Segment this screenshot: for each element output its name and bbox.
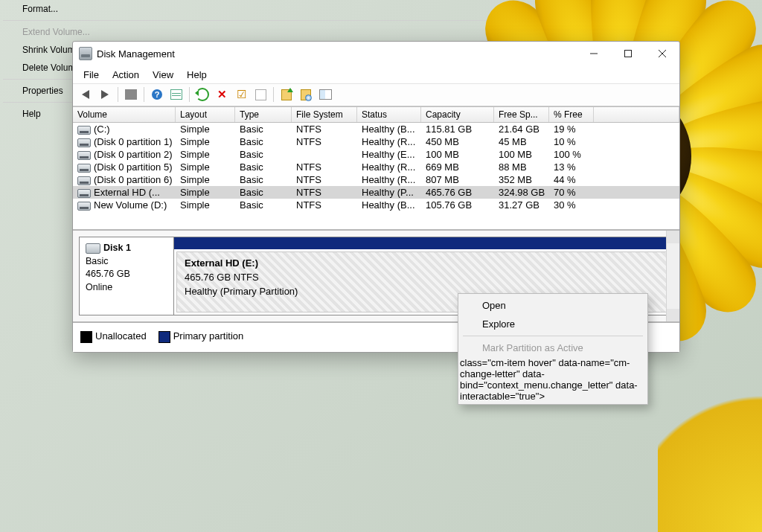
- placeholder-button[interactable]: [252, 86, 269, 103]
- vertical-scrollbar[interactable]: [666, 231, 679, 321]
- grid-icon: [125, 89, 137, 100]
- table-row[interactable]: (Disk 0 partition 5)SimpleBasicNTFSHealt…: [73, 161, 679, 173]
- cm-format[interactable]: Format...: [0, 0, 762, 18]
- app-icon: [79, 47, 92, 60]
- disk-icon: [86, 243, 100, 254]
- legend-primary: Primary partition: [173, 330, 244, 342]
- table-row[interactable]: (Disk 0 partition 1)SimpleBasicNTFSHealt…: [73, 135, 679, 148]
- partition-status: Healthy (Primary Partition): [185, 286, 298, 297]
- forward-button[interactable]: [97, 86, 113, 103]
- arrow-left-icon: [82, 90, 89, 99]
- desktop-wallpaper-flower-bottom: [658, 339, 762, 532]
- col-filesystem[interactable]: File System: [292, 107, 357, 122]
- layout-button[interactable]: [317, 86, 333, 103]
- drive-icon: [77, 176, 91, 185]
- partition-title: External HD (E:): [185, 257, 258, 269]
- menu-help[interactable]: Help: [181, 68, 213, 82]
- context-menu: Open Explore Mark Partition as Active cl…: [458, 293, 648, 405]
- drive-icon: [77, 189, 91, 198]
- table-row[interactable]: New Volume (D:)SimpleBasicNTFSHealthy (B…: [73, 199, 679, 211]
- folder-lens-icon: [301, 89, 311, 100]
- legend-swatch-primary: [159, 331, 170, 343]
- disk-header[interactable]: Disk 1 Basic 465.76 GB Online: [79, 237, 174, 315]
- cm-explore[interactable]: Explore: [460, 315, 646, 333]
- drive-icon: [77, 138, 91, 147]
- cm-extend: Extend Volume...: [0, 23, 762, 41]
- table-row[interactable]: External HD (...SimpleBasicNTFSHealthy (…: [73, 186, 679, 199]
- menu-view[interactable]: View: [147, 68, 179, 82]
- menu-action[interactable]: Action: [106, 68, 145, 82]
- table-row[interactable]: (Disk 0 partition 6)SimpleBasicNTFSHealt…: [73, 173, 679, 186]
- help-icon: ?: [152, 89, 162, 100]
- cm-mark-active: Mark Partition as Active: [460, 339, 646, 357]
- back-button[interactable]: [77, 86, 94, 103]
- refresh-icon: [196, 88, 209, 101]
- close-button[interactable]: [645, 42, 679, 65]
- check-icon: ☑: [237, 88, 246, 101]
- delete-button[interactable]: ✕: [214, 86, 230, 103]
- col-type[interactable]: Type: [235, 107, 292, 122]
- x-icon: ✕: [217, 88, 227, 101]
- layout-icon: [319, 89, 332, 100]
- disk-status: Online: [86, 281, 167, 295]
- col-volume[interactable]: Volume: [73, 107, 176, 122]
- arrow-right-icon: [101, 90, 109, 99]
- cm-open[interactable]: Open: [460, 296, 646, 315]
- table-row[interactable]: (C:)SimpleBasicNTFSHealthy (B...115.81 G…: [73, 123, 679, 135]
- legend-swatch-unallocated: [80, 331, 92, 343]
- svg-rect-0: [625, 51, 632, 57]
- menubar: File Action View Help: [73, 65, 679, 83]
- disk-size: 465.76 GB: [86, 268, 167, 281]
- drive-icon: [77, 126, 91, 135]
- window-title: Disk Management: [97, 48, 577, 60]
- help-button[interactable]: ?: [149, 86, 165, 103]
- partition-titlebar: [174, 237, 673, 249]
- show-tree-button[interactable]: [123, 86, 139, 103]
- column-headers[interactable]: Volume Layout Type File System Status Ca…: [73, 107, 679, 123]
- export2-button[interactable]: [298, 86, 314, 103]
- legend-unallocated: Unallocated: [95, 330, 147, 342]
- properties-button[interactable]: [168, 86, 185, 103]
- disk-name: Disk 1: [103, 243, 131, 253]
- titlebar[interactable]: Disk Management: [73, 42, 679, 65]
- col-capacity[interactable]: Capacity: [421, 107, 494, 122]
- drive-icon: [77, 202, 91, 211]
- col-free[interactable]: Free Sp...: [494, 107, 549, 122]
- col-status[interactable]: Status: [357, 107, 421, 122]
- maximize-button[interactable]: [611, 42, 645, 65]
- col-layout[interactable]: Layout: [176, 107, 235, 122]
- folder-up-icon: [281, 89, 292, 100]
- partition-size-fs: 465.76 GB NTFS: [185, 272, 259, 283]
- properties-icon: [170, 89, 182, 100]
- col-pctfree[interactable]: % Free: [549, 107, 594, 122]
- disk-type: Basic: [86, 255, 167, 269]
- export1-button[interactable]: [278, 86, 295, 103]
- box-icon: [255, 89, 266, 100]
- toolbar: ? ✕ ☑: [73, 83, 679, 106]
- refresh-button[interactable]: [194, 86, 211, 103]
- menu-file[interactable]: File: [77, 68, 105, 82]
- check-button[interactable]: ☑: [233, 86, 249, 103]
- volume-list: Volume Layout Type File System Status Ca…: [73, 106, 679, 229]
- drive-icon: [77, 164, 91, 173]
- table-row[interactable]: (Disk 0 partition 2)SimpleBasicHealthy (…: [73, 148, 679, 161]
- drive-icon: [77, 151, 91, 160]
- minimize-button[interactable]: [577, 42, 611, 65]
